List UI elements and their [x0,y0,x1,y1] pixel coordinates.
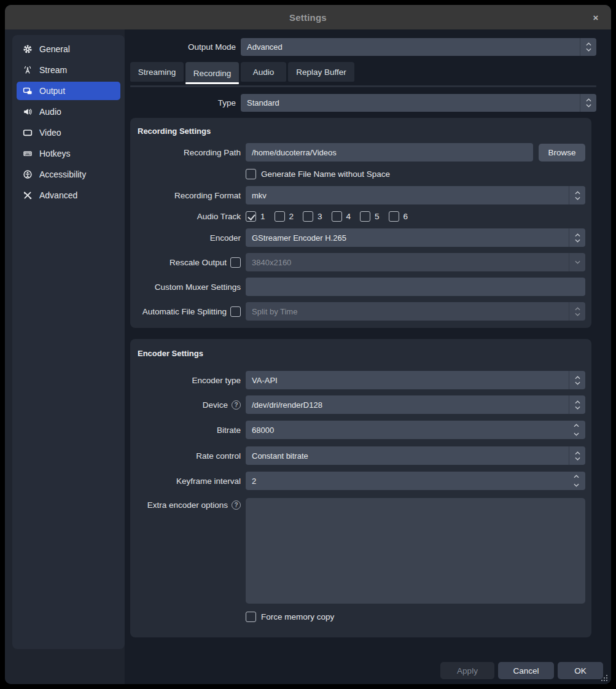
tab-streaming[interactable]: Streaming [130,62,184,82]
apply-button[interactable]: Apply [440,662,494,679]
stepper-arrows-icon[interactable] [567,472,585,490]
encoder-type-label: Encoder type [136,376,241,385]
extra-options-label: Extra encoder options [147,500,228,510]
encoder-type-select[interactable]: VA-API [246,371,585,389]
keyframe-interval-row: Keyframe interval 2 [136,472,585,490]
rate-control-select[interactable]: Constant bitrate [246,446,585,465]
encoder-value: GStreamer Encoder H.265 [246,233,569,243]
audio-track-1[interactable]: 1 [246,211,265,222]
sidebar-item-label: Audio [39,107,61,117]
close-icon[interactable]: × [589,5,602,29]
type-select[interactable]: Standard [241,94,596,112]
titlebar[interactable]: Settings × [5,5,611,29]
audio-track-2[interactable]: 2 [275,211,294,222]
audio-track-row: Audio Track 1 2 [136,211,585,222]
bitrate-row: Bitrate 68000 [136,421,585,439]
gear-icon [23,44,33,54]
sidebar-item-accessibility[interactable]: Accessibility [17,165,120,184]
window-body: General Stream Output [5,29,611,684]
browse-button[interactable]: Browse [539,144,585,162]
audio-track-5[interactable]: 5 [360,211,380,222]
antenna-icon [23,65,33,75]
sidebar-item-general[interactable]: General [17,40,120,58]
help-icon[interactable]: ? [232,500,241,510]
audio-track-6[interactable]: 6 [389,211,408,222]
sidebar-item-output[interactable]: Output [17,82,120,100]
recording-path-value: /home/ducoterra/Videos [246,148,533,157]
audio-track-4-checkbox[interactable] [332,211,342,222]
sidebar-item-hotkeys[interactable]: Hotkeys [17,144,120,163]
keyframe-interval-spinner[interactable]: 2 [246,472,585,490]
spinner-arrows-icon[interactable] [580,38,596,56]
custom-muxer-row: Custom Muxer Settings [136,278,585,296]
recording-path-label: Recording Path [136,148,241,157]
resize-grip-icon[interactable] [601,674,608,682]
bitrate-spinner[interactable]: 68000 [246,421,585,439]
spinner-arrows-icon[interactable] [569,186,585,204]
output-mode-select[interactable]: Advanced [241,38,596,56]
sidebar-item-advanced[interactable]: Advanced [17,186,120,204]
sidebar-item-label: Accessibility [39,169,86,179]
rescale-output-value: 3840x2160 [246,258,569,267]
spinner-arrows-icon[interactable] [569,446,585,465]
encoder-type-row: Encoder type VA-API [136,371,585,389]
bitrate-value: 68000 [246,426,567,435]
audio-track-4[interactable]: 4 [332,211,351,222]
tab-replay-buffer[interactable]: Replay Buffer [288,62,354,82]
sidebar-item-label: Output [39,86,65,96]
force-memory-copy-checkbox[interactable] [246,612,256,622]
help-icon[interactable]: ? [232,400,241,410]
rate-control-value: Constant bitrate [246,451,569,461]
output-tabs: Streaming Recording Audio Replay Buffer [130,62,596,84]
type-value: Standard [241,98,580,107]
sidebar-item-label: Stream [39,65,67,75]
recording-settings-title: Recording Settings [136,124,585,136]
keyframe-interval-label: Keyframe interval [136,477,241,486]
audio-track-1-checkbox[interactable] [246,211,256,222]
tab-audio[interactable]: Audio [241,62,286,82]
ok-button[interactable]: OK [558,662,603,679]
custom-muxer-label: Custom Muxer Settings [136,282,241,292]
custom-muxer-input[interactable] [246,278,585,296]
sidebar-item-video[interactable]: Video [17,123,120,142]
spinner-arrows-icon[interactable] [580,94,596,112]
audio-track-5-checkbox[interactable] [360,211,370,222]
rescale-output-checkbox[interactable] [230,257,241,268]
auto-split-row: Automatic File Splitting Split by Time [136,302,585,321]
device-select[interactable]: /dev/dri/renderD128 [246,395,585,414]
cancel-button[interactable]: Cancel [498,662,554,679]
spinner-arrows-icon[interactable] [569,395,585,414]
recording-format-label: Recording Format [136,191,241,200]
force-memory-copy-label: Force memory copy [261,612,334,621]
device-label: Device [203,400,228,410]
recording-path-input[interactable]: /home/ducoterra/Videos [246,143,533,162]
audio-track-6-checkbox[interactable] [389,211,399,222]
auto-split-checkbox[interactable] [230,306,241,317]
audio-track-3[interactable]: 3 [303,211,322,222]
spinner-arrows-icon[interactable] [569,371,585,389]
sidebar-item-label: Video [39,128,61,138]
stepper-arrows-icon[interactable] [567,421,585,439]
audio-track-3-checkbox[interactable] [303,211,313,222]
spinner-arrows-icon[interactable] [569,228,585,247]
recording-format-value: mkv [246,191,569,200]
recording-format-select[interactable]: mkv [246,186,585,204]
recording-settings-panel: Recording Settings Recording Path /home/… [130,118,591,328]
rescale-output-row: Rescale Output 3840x2160 [136,253,585,271]
encoder-settings-panel: Encoder Settings Encoder type VA-API [130,339,591,637]
dialog-footer: Apply Cancel OK [130,662,603,679]
output-mode-label: Output Mode [130,42,236,52]
recording-path-row: Recording Path /home/ducoterra/Videos Br… [136,143,585,162]
extra-options-textarea[interactable] [246,498,585,604]
sidebar-item-audio[interactable]: Audio [17,103,120,121]
encoder-select[interactable]: GStreamer Encoder H.265 [246,228,585,247]
auto-split-label: Automatic File Splitting [142,307,227,316]
extra-options-row: Extra encoder options ? [136,498,585,604]
device-row: Device ? /dev/dri/renderD128 [136,395,585,414]
encoder-settings-title: Encoder Settings [136,345,585,358]
audio-track-2-checkbox[interactable] [275,211,285,222]
generate-no-space-checkbox[interactable] [246,169,256,179]
tab-recording[interactable]: Recording [185,62,239,84]
output-mode-value: Advanced [241,42,580,52]
sidebar-item-stream[interactable]: Stream [17,61,120,79]
